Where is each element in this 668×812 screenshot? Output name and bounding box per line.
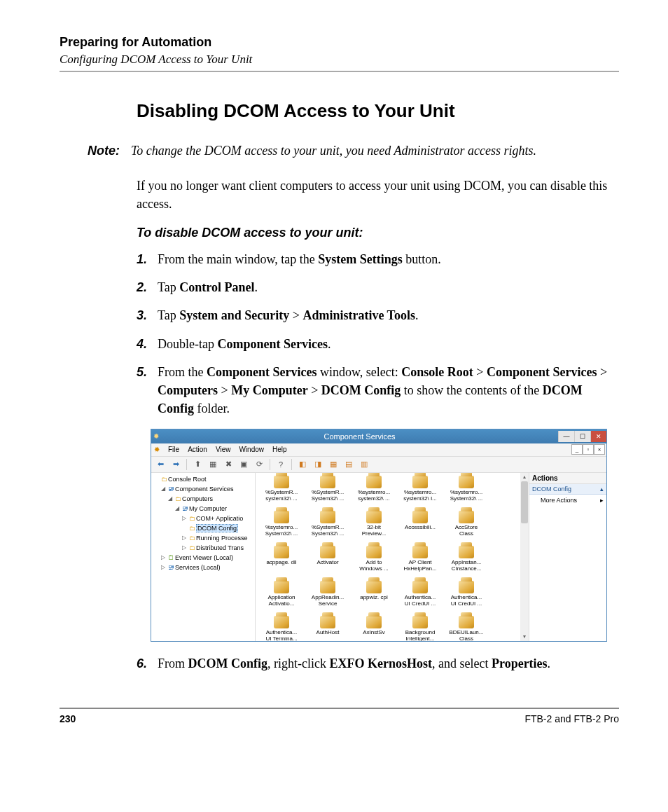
dcom-item[interactable]: AP ClientHxHelpPan... [397,546,443,581]
mdi-minimize[interactable]: _ [571,444,583,455]
dcom-item[interactable]: %SystemR...system32\ ... [258,476,305,511]
step-number: 5. [137,363,158,418]
dcom-item[interactable]: Accessibili... [397,511,443,546]
dcom-item[interactable]: AccStoreClass [443,511,489,546]
view-button-2[interactable]: ◨ [312,458,324,471]
view-button-1[interactable]: ◧ [296,458,309,471]
actions-group[interactable]: DCOM Config▴ [529,484,606,495]
maximize-button[interactable]: ☐ [574,431,590,442]
show-hide-button[interactable]: ▦ [207,458,219,471]
mdi-close[interactable]: × [594,444,605,455]
dcom-item[interactable]: acppage. dll [258,546,305,581]
dcom-item[interactable]: AuthHost [305,616,351,641]
dcom-item[interactable]: Authentica...UI CredUI ... [443,581,489,616]
tree-item[interactable]: 🗀Console Root [151,474,255,484]
dcom-item[interactable]: ApplicationActivatio... [258,581,305,616]
menu-view[interactable]: View [216,446,231,453]
delete-button[interactable]: ✖ [222,458,235,471]
toolbar-separator [186,459,187,470]
dcom-item[interactable]: %SystemR...System32\ ... [305,476,351,511]
step-number: 1. [137,250,158,268]
package-icon [459,546,474,558]
tree-item[interactable]: ◢🗀Computers [151,494,255,504]
step: 6.From DCOM Config, right-click EXFO Ker… [137,654,619,673]
tree-item[interactable]: ▷🗒Event Viewer (Local) [151,553,255,563]
scroll-down[interactable]: ▾ [520,633,529,641]
mdi-restore[interactable]: ▫ [583,444,594,455]
help-button[interactable]: ? [274,458,287,471]
dcom-item[interactable]: Authentica...UI CredUI ... [397,581,443,616]
expand-icon[interactable]: ◢ [160,486,167,492]
dcom-item[interactable]: AppInstan...CInstance... [443,546,489,581]
tree-item[interactable]: ▷🗀COM+ Applicatio [151,514,255,523]
dcom-item[interactable]: %SystemR...System32\ ... [305,511,351,546]
dcom-item[interactable]: BDEUILaun...Class [443,616,489,641]
fold-icon: 🗀 [174,495,182,502]
tree-item[interactable]: ▷🗀Distributed Trans [151,543,255,553]
dcom-item[interactable]: %systemro...System32\ ... [443,476,489,511]
dcom-item[interactable]: AppReadin...Service [305,581,351,616]
scroll-thumb[interactable] [521,481,528,523]
tree-item[interactable]: ◢🖳Component Services [151,484,255,494]
dcom-item[interactable]: %systemro...system32\ I... [397,476,443,511]
up-button[interactable]: ⬆ [191,458,204,471]
window-titlebar: ✹ Component Services — ☐ ✕ [151,429,606,443]
tree-item[interactable]: ▷🗀Running Processe [151,533,255,543]
menu-window[interactable]: Window [239,446,264,453]
refresh-button[interactable]: ⟳ [253,458,265,471]
tree-pane[interactable]: 🗀Console Root◢🖳Component Services◢🗀Compu… [151,473,256,641]
dcom-item[interactable]: %systemro...system32\ ... [351,476,397,511]
tree-label: Distributed Trans [196,544,244,551]
step-list-continued: 6.From DCOM Config, right-click EXFO Ker… [137,654,619,673]
fold-icon: 🗀 [188,515,196,522]
minimize-button[interactable]: — [558,431,574,442]
actions-header: Actions [529,473,606,484]
scrollbar[interactable]: ▴ ▾ [520,473,529,641]
menu-file[interactable]: File [168,446,179,453]
expand-icon[interactable]: ▷ [181,544,188,551]
procedure-heading: To disable DCOM access to your unit: [137,226,619,240]
view-button-5[interactable]: ▥ [358,458,370,471]
srv-icon: 🖳 [181,505,189,512]
package-icon [366,511,382,523]
close-button[interactable]: ✕ [590,431,606,442]
scroll-up[interactable]: ▴ [520,473,529,481]
actions-item[interactable]: More Actions▸ [529,495,606,506]
view-button-3[interactable]: ▦ [327,458,340,471]
expand-icon[interactable]: ◢ [174,505,181,511]
app-icon: ✹ [151,432,161,440]
back-button[interactable]: ⬅ [154,458,167,471]
properties-button[interactable]: ▣ [237,458,250,471]
menu-action[interactable]: Action [188,446,207,453]
dcom-item[interactable]: Authentica...UI Termina... [258,616,305,641]
package-icon [320,546,335,558]
view-button-4[interactable]: ▤ [342,458,355,471]
dcom-item[interactable]: 32-bitPreview... [351,511,397,546]
tree-label: Console Root [168,476,207,483]
dcom-item[interactable]: appwiz. cpl [351,581,397,616]
package-icon [320,581,335,593]
content-pane[interactable]: %SystemR...system32\ ...%SystemR...Syste… [256,473,529,641]
tree-item[interactable]: 🗀DCOM Config [151,523,255,533]
expand-icon[interactable]: ▷ [160,564,167,570]
mdi-controls: _ ▫ × [571,444,605,455]
section-heading: Disabling DCOM Access to Your Unit [137,100,619,122]
forward-button[interactable]: ➡ [169,458,182,471]
expand-icon[interactable]: ◢ [167,495,174,502]
expand-icon[interactable]: ▷ [181,515,188,521]
srv-icon: 🖳 [167,564,175,571]
dcom-item[interactable]: %systemro...System32\ ... [258,511,305,546]
package-icon [274,511,289,523]
dcom-item[interactable]: Add toWindows ... [351,546,397,581]
dcom-item[interactable]: AxInstSv [351,616,397,641]
package-icon [274,476,289,488]
expand-icon[interactable]: ▷ [160,554,167,560]
dcom-item[interactable]: BackgroundIntelligent... [397,616,443,641]
dcom-item[interactable]: Activator [305,546,351,581]
intro-paragraph: If you no longer want client computers t… [137,177,619,213]
package-icon [412,616,428,628]
menu-help[interactable]: Help [272,446,287,453]
expand-icon[interactable]: ▷ [181,535,188,541]
tree-item[interactable]: ◢🖳My Computer [151,504,255,514]
tree-item[interactable]: ▷🖳Services (Local) [151,563,255,572]
